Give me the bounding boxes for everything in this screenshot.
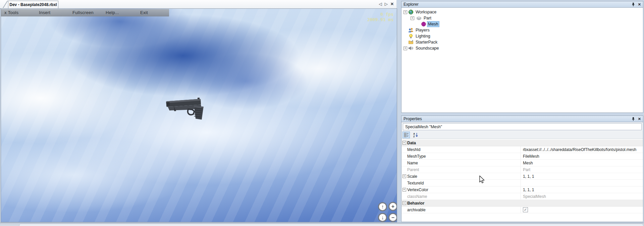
collapse-section-icon[interactable]: −: [402, 201, 406, 205]
archivable-checkbox[interactable]: ✓: [523, 207, 528, 212]
categorized-view-button[interactable]: [402, 132, 410, 138]
tree-item-workspace[interactable]: + Workspace: [401, 9, 643, 15]
game-viewport[interactable]: x Tools Insert Fullscreen Help... Exit 0…: [1, 8, 397, 222]
document-tab-title: Dev - Baseplate2048.rbxl: [9, 2, 57, 7]
workspace-globe-icon: [408, 9, 414, 15]
tree-item-players[interactable]: Players: [401, 27, 643, 33]
property-value[interactable]: rbxasset://../../../shareddata/RiseOfThe…: [521, 146, 643, 153]
property-row-name[interactable]: Name Mesh: [401, 160, 643, 166]
property-value[interactable]: FileMesh: [521, 153, 643, 159]
tree-item-mesh[interactable]: Mesh: [401, 21, 643, 27]
explorer-tree: + Workspace + Pa: [401, 8, 643, 113]
property-value: Part: [521, 166, 643, 173]
down-arrow-icon: ↓: [381, 215, 384, 220]
tree-item-label[interactable]: StarterPack: [416, 40, 437, 45]
section-label: Data: [407, 141, 521, 145]
close-panel-icon[interactable]: ✕: [638, 3, 641, 6]
pistol-mesh-object[interactable]: [165, 93, 211, 124]
mouse-cursor: [479, 175, 485, 184]
property-name: Parent: [407, 167, 521, 172]
tree-item-label[interactable]: Lighting: [416, 33, 430, 39]
tree-item-label[interactable]: Workspace: [416, 9, 436, 15]
property-grid: − Data MeshId rbxasset://../../../shared…: [401, 139, 643, 222]
tree-item-label-selected[interactable]: Mesh: [427, 21, 439, 27]
explorer-title: Explorer: [404, 2, 632, 7]
zoom-out-button[interactable]: −: [388, 213, 397, 222]
frame-time-counter: 2009.91 ms: [367, 17, 393, 22]
property-row-classname[interactable]: className SpecialMesh: [401, 193, 643, 200]
property-row-archivable[interactable]: archivable ✓: [401, 207, 643, 213]
expand-toggle-icon[interactable]: +: [411, 16, 414, 20]
tree-item-label[interactable]: Players: [416, 27, 430, 33]
property-row-meshtype[interactable]: MeshType FileMesh: [401, 153, 643, 160]
property-row-textureid[interactable]: TextureId: [401, 180, 643, 186]
expand-toggle-icon[interactable]: +: [404, 47, 407, 50]
document-tab[interactable]: Dev - Baseplate2048.rbxl: [8, 1, 58, 8]
property-name: TextureId: [407, 181, 521, 185]
property-name: MeshId: [407, 147, 521, 152]
property-name: Name: [407, 161, 521, 165]
property-value[interactable]: [521, 180, 643, 186]
menu-item-tools[interactable]: x Tools: [4, 10, 18, 15]
tree-item-label[interactable]: Part: [424, 15, 431, 21]
zoom-in-button[interactable]: +: [388, 202, 397, 211]
minus-icon: −: [391, 215, 394, 220]
scroll-tabs-left-icon[interactable]: ◁: [379, 1, 382, 7]
menu-item-help[interactable]: Help...: [106, 10, 119, 15]
pin-icon[interactable]: [632, 2, 635, 6]
close-tab-icon[interactable]: ✕: [390, 1, 394, 7]
properties-body: SpecialMesh "Mesh" A Z: [401, 122, 643, 222]
tree-item-soundscape[interactable]: + Soundscape: [401, 45, 643, 51]
tree-item-part[interactable]: + Part: [401, 15, 643, 21]
selected-object-row: SpecialMesh "Mesh": [401, 122, 643, 131]
property-row-parent[interactable]: Parent Part: [401, 166, 643, 173]
property-name: Scale: [407, 174, 521, 179]
expand-property-icon[interactable]: +: [402, 188, 406, 192]
selected-object-box[interactable]: SpecialMesh "Mesh": [403, 123, 642, 130]
property-value: SpecialMesh: [521, 193, 643, 200]
svg-text:Z: Z: [413, 135, 415, 138]
expand-property-icon[interactable]: +: [402, 174, 406, 178]
expand-toggle-icon[interactable]: +: [404, 10, 407, 14]
property-name: archivable: [407, 208, 521, 212]
scroll-tabs-right-icon[interactable]: ▷: [385, 1, 388, 7]
up-arrow-icon: ↑: [381, 204, 384, 210]
alphabetical-sort-button[interactable]: A Z: [412, 132, 419, 138]
checkmark-icon: ✓: [524, 208, 527, 212]
performance-overlay: 0 fps 2009.91 ms: [367, 12, 393, 22]
menu-item-fullscreen[interactable]: Fullscreen: [72, 10, 94, 15]
menu-item-insert[interactable]: Insert: [39, 10, 50, 15]
property-name: className: [407, 194, 521, 199]
tab-nav-controls: ◁ ▷ ✕: [379, 1, 394, 7]
property-value[interactable]: Mesh: [521, 160, 643, 166]
property-row-scale[interactable]: + Scale 1, 1, 1: [401, 173, 643, 180]
fps-counter: 0 fps: [367, 12, 393, 17]
menu-item-exit[interactable]: Exit: [140, 10, 148, 15]
property-name: MeshType: [407, 154, 521, 159]
section-label: Behavior: [407, 201, 521, 206]
property-section-behavior[interactable]: − Behavior: [401, 200, 643, 207]
property-section-data[interactable]: − Data: [401, 140, 643, 146]
starterpack-folder-icon: [408, 40, 414, 45]
properties-panel: Properties ✕ SpecialMesh "Mesh": [401, 116, 643, 222]
tree-item-label[interactable]: Soundscape: [416, 46, 439, 51]
lighting-bulb-icon: [408, 33, 414, 39]
tree-item-lighting[interactable]: Lighting: [401, 33, 643, 39]
properties-toolbar: A Z: [401, 131, 643, 139]
selected-object-label: SpecialMesh "Mesh": [405, 125, 442, 129]
tab-strip: Dev - Baseplate2048.rbxl ◁ ▷ ✕: [0, 0, 396, 9]
app-window: Dev - Baseplate2048.rbxl ◁ ▷ ✕ x Tools I…: [0, 0, 644, 226]
tree-item-starterpack[interactable]: StarterPack: [401, 39, 643, 45]
close-panel-icon[interactable]: ✕: [638, 117, 641, 121]
property-value[interactable]: 1, 1, 1: [521, 186, 643, 193]
collapse-section-icon[interactable]: −: [402, 141, 406, 145]
property-row-meshid[interactable]: MeshId rbxasset://../../../shareddata/Ri…: [401, 146, 643, 153]
camera-up-button[interactable]: ↑: [378, 202, 387, 211]
camera-down-button[interactable]: ↓: [378, 213, 387, 222]
pin-icon[interactable]: [632, 117, 635, 121]
property-value[interactable]: 1, 1, 1: [521, 173, 643, 179]
property-name: VertexColor: [407, 187, 521, 192]
categorized-view-icon: [404, 133, 409, 137]
bottom-dock-inner: [19, 224, 643, 226]
property-row-vertexcolor[interactable]: + VertexColor 1, 1, 1: [401, 186, 643, 193]
